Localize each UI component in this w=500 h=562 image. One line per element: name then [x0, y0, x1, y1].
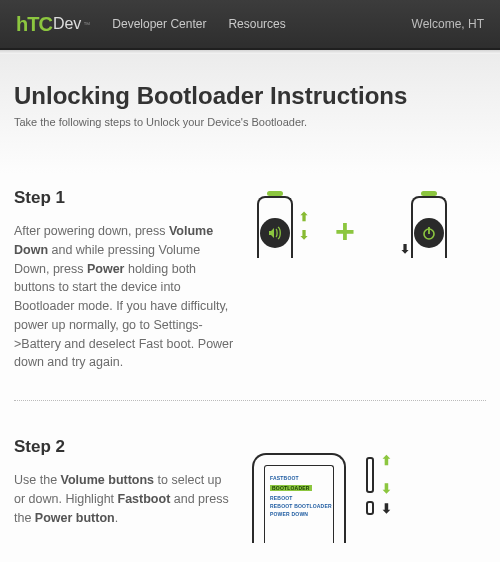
step-2-heading: Step 2	[14, 437, 234, 457]
logo-brand: hTC	[16, 13, 52, 36]
step-2-text: Step 2 Use the Volume buttons to select …	[14, 437, 234, 543]
nav-developer-center[interactable]: Developer Center	[112, 17, 206, 31]
step-1-text: Step 1 After powering down, press Volume…	[14, 188, 234, 372]
phone-face-outline	[252, 453, 346, 543]
logo-sub: Dev	[53, 15, 81, 33]
logo-tm: ™	[83, 21, 90, 28]
step-1-body: After powering down, press Volume Down a…	[14, 222, 234, 372]
page-title: Unlocking Bootloader Instructions	[14, 82, 486, 110]
arrow-down-icon: ⬇	[381, 501, 392, 516]
page-subtitle: Take the following steps to Unlock your …	[14, 116, 486, 128]
power-icon	[414, 218, 444, 248]
arrow-down-icon: ⬇	[400, 242, 410, 256]
plus-icon: +	[335, 212, 355, 251]
screen-line-bootloader: BOOTLOADER	[270, 485, 312, 491]
step-2: Step 2 Use the Volume buttons to select …	[14, 437, 486, 543]
arrow-down-icon: ⬇	[299, 228, 309, 242]
step-2-illustration: FASTBOOT BOOTLOADER REBOOT REBOOT BOOTLO…	[252, 437, 452, 543]
nav-resources[interactable]: Resources	[228, 17, 285, 31]
screen-line-reboot-bootloader: REBOOT BOOTLOADER	[270, 503, 332, 509]
top-nav-bar: hTC Dev ™ Developer Center Resources Wel…	[0, 0, 500, 50]
volume-icon	[260, 218, 290, 248]
step-separator	[14, 400, 486, 401]
arrow-up-icon: ⬆	[299, 210, 309, 224]
arrow-up-icon: ⬆	[381, 453, 392, 468]
step-1-illustration: ⬆ ⬇ + ⬇	[252, 188, 452, 372]
htc-dev-logo[interactable]: hTC Dev ™	[16, 13, 90, 36]
arrow-down-icon: ⬇	[381, 481, 392, 496]
welcome-text: Welcome, HT	[412, 17, 484, 31]
step-1-heading: Step 1	[14, 188, 234, 208]
power-button-icon	[366, 501, 374, 515]
volume-rocker-icon	[366, 457, 374, 493]
screen-line-fastboot: FASTBOOT	[270, 475, 299, 481]
nav-links: Developer Center Resources	[112, 17, 411, 31]
page-content: Unlocking Bootloader Instructions Take t…	[0, 54, 500, 562]
step-1: Step 1 After powering down, press Volume…	[14, 188, 486, 372]
screen-line-power-down: POWER DOWN	[270, 511, 308, 517]
step-2-body: Use the Volume buttons to select up or d…	[14, 471, 234, 527]
screen-line-reboot: REBOOT	[270, 495, 293, 501]
